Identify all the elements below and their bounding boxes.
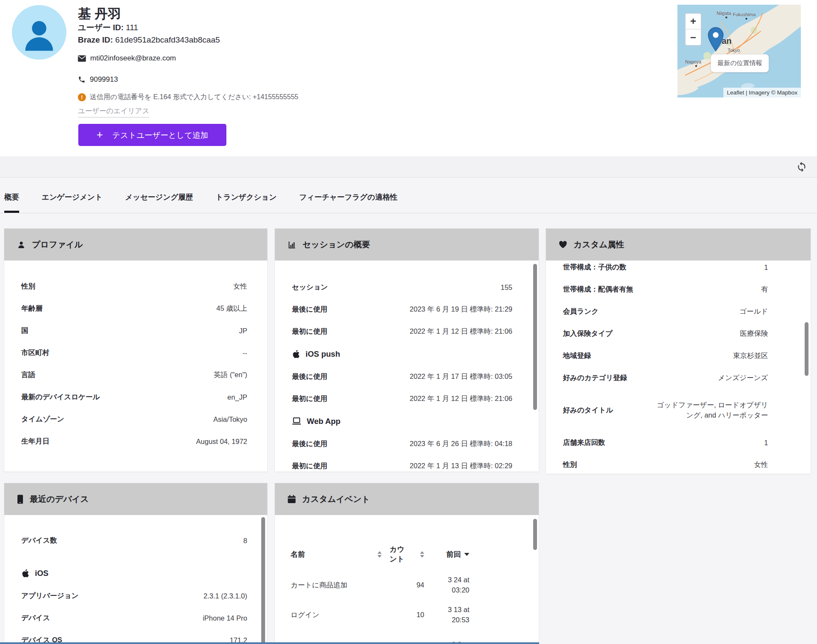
event-name: カートに商品追加 (291, 581, 382, 590)
profile-card-title: プロファイル (32, 239, 83, 250)
tab-messaging-history[interactable]: メッセージング履歴 (125, 177, 193, 213)
row-value: 2023 年 6 月 19 日 標準時: 21:29 (410, 305, 512, 314)
map-zoom-in-button[interactable]: + (686, 14, 701, 29)
session-scrollbar[interactable] (533, 264, 537, 410)
session-card-title: セッションの概要 (303, 239, 370, 250)
session-row: 最初に使用2022 年 1 月 12 日 標準時: 21:06 (292, 388, 512, 410)
custom-attributes-title: カスタム属性 (574, 239, 624, 250)
profile-card-body: 性別女性 年齢層45 歳以上 国JP 市区町村-- 言語英語 ("en") 最新… (4, 260, 267, 472)
tab-transactions[interactable]: トランザクション (216, 177, 277, 213)
apple-icon (21, 569, 29, 578)
event-row: ログイン 10 3 13 at 20:53 (291, 600, 469, 630)
event-name: ログイン (291, 610, 382, 620)
sort-desc-icon[interactable] (464, 553, 469, 556)
attribute-row: 会員ランクゴールド (563, 301, 768, 323)
profile-row: 市区町村-- (21, 342, 247, 364)
sort-icon[interactable] (420, 551, 424, 558)
map-zoom-out-button[interactable]: − (686, 29, 701, 45)
map-city-dot (726, 17, 727, 18)
row-label: デバイス (21, 613, 50, 623)
row-value: ゴッドファーザー, ロードオブザリング, and ハリーポッター (650, 400, 768, 421)
map-pin-icon (707, 27, 724, 54)
devices-card-header: 最近のデバイス (4, 483, 267, 515)
map-label-fukushima: Fukushima (733, 12, 756, 17)
map-zoom-control: + − (685, 13, 702, 46)
row-label: 世帯構成：配偶者有無 (563, 285, 633, 294)
row-value: 2023 年 6 月 26 日 標準時: 04:18 (410, 439, 512, 449)
row-label: 年齢層 (21, 304, 43, 313)
devices-scrollbar[interactable] (261, 517, 265, 644)
session-row: 最初に使用2022 年 1 月 12 日 標準時: 21:06 (292, 321, 512, 343)
custom-events-header: カスタムイベント (275, 483, 539, 515)
row-value: 女性 (754, 460, 768, 469)
events-col-last[interactable]: 前回 (428, 550, 469, 559)
email-line: mti02infoseek@braze.com (78, 54, 176, 63)
row-value: ゴールド (740, 307, 768, 316)
attribute-row: 世帯構成：子供の数1 (563, 260, 768, 278)
device-row: デバイスiPhone 14 Pro (21, 607, 247, 629)
phone-line: 9099913 (78, 75, 118, 84)
ios-push-title: iOS push (306, 349, 340, 359)
calendar-icon (288, 495, 296, 504)
custom-attributes-body: 世帯構成：子供の数1 世帯構成：配偶者有無有 会員ランクゴールド 加入保険タイプ… (546, 260, 811, 474)
row-label: 加入保険タイプ (563, 329, 613, 338)
web-app-section: Web App (292, 410, 512, 433)
apple-icon (292, 349, 300, 359)
tab-engagement[interactable]: エンゲージメント (42, 177, 103, 213)
session-row: 最後に使用2023 年 6 月 26 日 標準時: 04:18 (292, 433, 512, 455)
row-value: -- (243, 349, 247, 357)
row-value: August 04, 1972 (196, 438, 247, 446)
profile-card: プロファイル 性別女性 年齢層45 歳以上 国JP 市区町村-- 言語英語 ("… (4, 229, 267, 472)
ios-device-section: iOS (21, 562, 247, 585)
phone-warning-text: 送信用の電話番号を E.164 形式で入力してください: +1415555555… (90, 93, 298, 102)
events-scrollbar[interactable] (533, 519, 537, 550)
row-value: メンズジーンズ (718, 373, 768, 383)
custom-attributes-card: カスタム属性 世帯構成：子供の数1 世帯構成：配偶者有無有 会員ランクゴールド … (546, 229, 811, 474)
row-label: 言語 (21, 370, 35, 380)
location-map[interactable]: Niigata Fukushima an Tokyo Nagoya 最新の位置情… (677, 5, 801, 97)
row-value: Asia/Tokyo (213, 415, 247, 424)
user-id-value: 111 (126, 23, 138, 32)
session-row: 最後に使用2022 年 1 月 17 日 標準時: 03:05 (292, 366, 512, 388)
viewport-bottom-edge (0, 642, 539, 644)
row-label: 最初に使用 (292, 327, 327, 336)
event-last: 3 13 at 20:53 (428, 605, 469, 625)
profile-tabs: 概要 エンゲージメント メッセージング履歴 トランザクション フィーチャーフラグ… (0, 177, 817, 213)
row-label: 市区町村 (21, 348, 49, 358)
tab-feature-flags[interactable]: フィーチャーフラグの適格性 (299, 177, 397, 213)
session-row: セッション155 (292, 276, 512, 298)
events-col-name[interactable]: 名前 (291, 550, 382, 559)
row-value: en_JP (227, 393, 247, 401)
refresh-button[interactable] (796, 161, 808, 173)
web-app-title: Web App (307, 417, 340, 426)
attributes-scrollbar[interactable] (805, 322, 808, 376)
events-col-count[interactable]: カウント (386, 545, 424, 564)
map-label-niigata: Niigata (717, 11, 731, 16)
row-value: 2022 年 1 月 12 日 標準時: 21:06 (410, 327, 512, 336)
device-row: アプリバージョン2.3.1 (2.3.1.0) (21, 585, 247, 607)
email-value[interactable]: mti02infoseek@braze.com (90, 54, 176, 63)
phone-value: 9099913 (90, 75, 118, 84)
col-count-label: カウント (386, 545, 408, 564)
add-test-user-button[interactable]: + テストユーザーとして追加 (78, 124, 226, 146)
heart-icon (559, 240, 567, 249)
user-alias-link[interactable]: ユーザーのエイリアス (78, 106, 149, 117)
row-label: セッション (292, 283, 328, 292)
row-value: JP (239, 327, 247, 335)
row-label: 地域登録 (563, 351, 591, 361)
user-profile-page: 基 丹羽 ユーザー ID: 111 Braze ID: 61de951a2bca… (0, 0, 817, 644)
row-label: 国 (21, 326, 29, 335)
row-value: 155 (500, 283, 512, 292)
profile-header: 基 丹羽 ユーザー ID: 111 Braze ID: 61de951a2bca… (0, 0, 817, 157)
sort-icon[interactable] (377, 551, 382, 558)
row-value: 東京杉並区 (733, 351, 768, 361)
profile-row: 性別女性 (21, 275, 247, 298)
devices-card-body: デバイス数8 iOS アプリバージョン2.3.1 (2.3.1.0) デバイスi… (4, 515, 267, 644)
attribute-row: 世帯構成：配偶者有無有 (563, 278, 768, 301)
row-label: 生年月日 (21, 437, 49, 446)
event-last: 3 24 at 03:20 (428, 575, 469, 595)
profile-card-header: プロファイル (4, 229, 267, 260)
event-row: カートに商品追加 94 3 24 at 03:20 (291, 570, 469, 600)
row-label: 世帯構成：子供の数 (563, 263, 626, 272)
tab-overview[interactable]: 概要 (4, 177, 19, 213)
